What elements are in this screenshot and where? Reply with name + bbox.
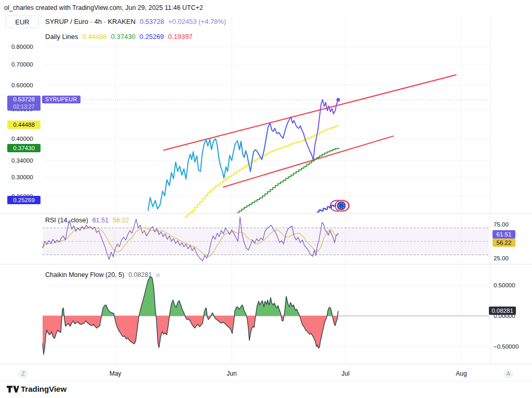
price-tick-0.34000: 0.34000 xyxy=(11,156,33,165)
symbol-title[interactable]: SYRUP / Euro · 4h · KRAKEN xyxy=(45,18,136,25)
currency-unit-button[interactable]: EUR xyxy=(6,16,39,28)
daily-lines-legend-row: Daily Lines 0.44488 0.37430 0.25269 0.19… xyxy=(45,33,193,41)
time-tick-May: May xyxy=(110,370,122,377)
tradingview-logo-icon[interactable] xyxy=(7,385,19,393)
daily-line-value-yellow: 0.44488 xyxy=(83,33,107,41)
hidden-marker-icon: ⌀ xyxy=(156,271,160,278)
daily-line-value-blue: 0.25269 xyxy=(140,33,164,41)
rsi-value: 61.51 xyxy=(92,217,109,224)
price-tick-0.30000: 0.30000 xyxy=(11,173,33,181)
chart-canvas[interactable] xyxy=(0,0,532,398)
current-price-badge: 0.53728 02:13:27 xyxy=(7,96,41,111)
cmf-value: 0.08281 xyxy=(128,271,152,278)
time-tick-Aug: Aug xyxy=(456,370,467,377)
rsi-indicator-title[interactable]: RSI (14, close) xyxy=(45,217,88,224)
last-price-value: 0.53728 xyxy=(140,18,164,25)
rsi-legend-row: RSI (14, close) 61.51 56.22 xyxy=(45,217,129,224)
rsi-ma-value: 56.22 xyxy=(113,217,129,224)
rsi-ma-axis-badge: 56.22 xyxy=(493,238,515,247)
rsi-tick-25.00: 25.00 xyxy=(494,254,509,262)
price-tick-0.60000: 0.60000 xyxy=(11,81,33,89)
daily-lines-label[interactable]: Daily Lines xyxy=(45,33,78,41)
time-tick-Jun: Jun xyxy=(227,370,236,377)
price-change-value: +0.02453 (+4.78%) xyxy=(168,18,226,25)
cmf-axis-badge: 0.08281 xyxy=(489,307,516,315)
symbol-legend-row: SYRUP / Euro · 4h · KRAKEN 0.53728 +0.02… xyxy=(45,18,226,25)
daily-yellow-price-badge: 0.44488 xyxy=(7,121,41,129)
symbol-axis-badge: SYRUPEUR xyxy=(42,96,81,103)
price-tick-0.80000: 0.80000 xyxy=(11,43,33,51)
daily-line-value-red: 0.19397 xyxy=(168,33,193,41)
time-axis-right-button[interactable]: A xyxy=(503,369,513,379)
price-tick-0.40000: 0.40000 xyxy=(11,135,33,143)
tradingview-brand-text[interactable]: TradingView xyxy=(21,384,66,393)
current-price-badge-value: 0.53728 xyxy=(7,96,41,103)
cmf-tick-0.50000: 0.50000 xyxy=(494,281,515,289)
cmf-tick-−0.50000: −0.50000 xyxy=(494,342,518,351)
tradingview-chart-snapshot: ol_charles created with TradingView.com,… xyxy=(0,0,532,398)
daily-green-price-badge: 0.37430 xyxy=(7,144,41,152)
price-tick-0.70000: 0.70000 xyxy=(11,60,33,69)
rsi-tick-75.00: 75.00 xyxy=(494,220,509,229)
bar-countdown: 02:13:27 xyxy=(7,103,41,110)
daily-line-value-green: 0.37430 xyxy=(111,33,136,41)
daily-blue-price-badge: 0.25269 xyxy=(7,196,41,204)
rsi-axis-badge: 61.51 xyxy=(493,230,515,238)
cmf-indicator-title[interactable]: Chaikin Money Flow (20, 5) xyxy=(45,271,124,278)
time-tick-Jul: Jul xyxy=(341,370,349,377)
cmf-legend-row: Chaikin Money Flow (20, 5) 0.08281 ⌀ xyxy=(45,271,160,278)
time-axis-left-button[interactable]: Z xyxy=(18,369,28,379)
attribution-text: ol_charles created with TradingView.com,… xyxy=(4,4,203,11)
